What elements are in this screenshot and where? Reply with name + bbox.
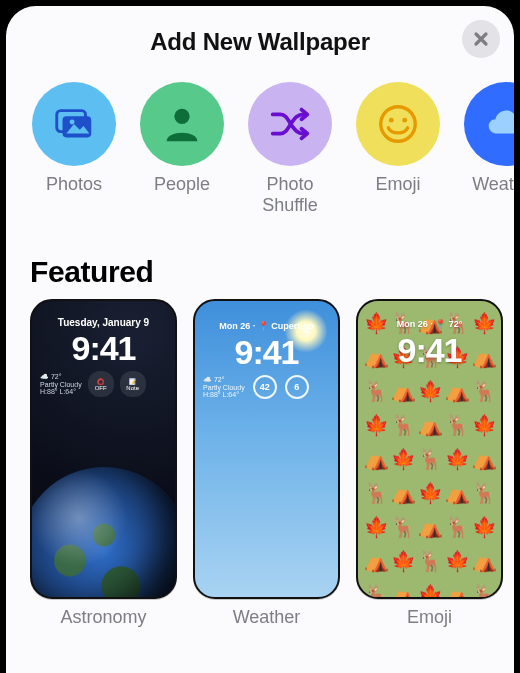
- category-label: Photo Shuffle: [248, 174, 332, 215]
- widget-pill: 📝Note: [120, 371, 146, 397]
- svg-point-2: [70, 120, 75, 125]
- activity-ring: 6: [285, 375, 309, 399]
- weather-widget: ☁️ 72° Partly Cloudy H:88° L:64°: [203, 376, 245, 399]
- category-chip: [32, 82, 116, 166]
- category-emoji[interactable]: Emoji: [356, 82, 440, 215]
- activity-ring: 42: [253, 375, 277, 399]
- lockscreen-date: Mon 26 · 📍 Cupertino: [195, 321, 338, 331]
- featured-label: Weather: [233, 607, 301, 628]
- lockscreen-time: 9:41: [195, 333, 338, 372]
- section-title: Featured: [30, 255, 490, 289]
- sheet-header: Add New Wallpaper: [6, 6, 514, 68]
- lockscreen-time: 9:41: [32, 329, 175, 368]
- category-row[interactable]: Photos People Photo Shuffle: [6, 68, 514, 223]
- category-label: Weather: [472, 174, 514, 195]
- svg-point-5: [389, 118, 394, 123]
- featured-astronomy[interactable]: Tuesday, January 9 9:41 ☁️ 72° Partly Cl…: [30, 299, 177, 628]
- close-icon: [473, 31, 489, 47]
- smiley-icon: [375, 101, 421, 147]
- close-button[interactable]: [462, 20, 500, 58]
- add-wallpaper-sheet: Add New Wallpaper Photos: [6, 6, 514, 673]
- sheet-title: Add New Wallpaper: [150, 28, 370, 56]
- lockscreen-widgets: ☁️ 72° Partly Cloudy H:88° L:64° ⭕OFF 📝N…: [40, 371, 167, 397]
- featured-label: Astronomy: [60, 607, 146, 628]
- wallpaper-preview: Mon 26 · 📍 Cupertino 9:41 ☁️ 72° Partly …: [193, 299, 340, 599]
- category-weather[interactable]: Weather: [464, 82, 514, 215]
- category-photos[interactable]: Photos: [32, 82, 116, 215]
- wallpaper-preview: 🍁🦌⛺🦌🍁⛺🍁🦌🍁⛺🦌⛺🍁⛺🦌🍁🦌⛺🦌🍁⛺🍁🦌🍁⛺🦌⛺🍁⛺🦌🍁🦌⛺🦌🍁⛺🍁🦌🍁⛺…: [356, 299, 503, 599]
- lockscreen-date: Mon 26 · 📍 72°: [358, 319, 501, 329]
- category-chip: [464, 82, 514, 166]
- category-label: Emoji: [375, 174, 420, 195]
- lockscreen-widgets: ☁️ 72° Partly Cloudy H:88° L:64° 42 6: [203, 375, 330, 399]
- photos-icon: [51, 101, 97, 147]
- shuffle-icon: [267, 101, 313, 147]
- svg-point-6: [402, 118, 407, 123]
- section-header-featured: Featured: [6, 223, 514, 299]
- widget-pill: ⭕OFF: [88, 371, 114, 397]
- person-icon: [159, 101, 205, 147]
- featured-label: Emoji: [407, 607, 452, 628]
- wallpaper-preview: Tuesday, January 9 9:41 ☁️ 72° Partly Cl…: [30, 299, 177, 599]
- category-people[interactable]: People: [140, 82, 224, 215]
- earth-graphic: [30, 467, 177, 599]
- svg-point-4: [381, 107, 416, 142]
- lockscreen-time: 9:41: [358, 331, 501, 370]
- cloud-icon: [483, 101, 514, 147]
- category-label: Photos: [46, 174, 102, 195]
- featured-row[interactable]: Tuesday, January 9 9:41 ☁️ 72° Partly Cl…: [6, 299, 514, 628]
- featured-emoji[interactable]: 🍁🦌⛺🦌🍁⛺🍁🦌🍁⛺🦌⛺🍁⛺🦌🍁🦌⛺🦌🍁⛺🍁🦌🍁⛺🦌⛺🍁⛺🦌🍁🦌⛺🦌🍁⛺🍁🦌🍁⛺…: [356, 299, 503, 628]
- category-label: People: [154, 174, 210, 195]
- featured-weather[interactable]: Mon 26 · 📍 Cupertino 9:41 ☁️ 72° Partly …: [193, 299, 340, 628]
- category-chip: [140, 82, 224, 166]
- category-photo-shuffle[interactable]: Photo Shuffle: [248, 82, 332, 215]
- svg-point-3: [174, 109, 189, 124]
- weather-widget: ☁️ 72° Partly Cloudy H:88° L:64°: [40, 373, 82, 396]
- category-chip: [248, 82, 332, 166]
- category-chip: [356, 82, 440, 166]
- lockscreen-date: Tuesday, January 9: [32, 317, 175, 328]
